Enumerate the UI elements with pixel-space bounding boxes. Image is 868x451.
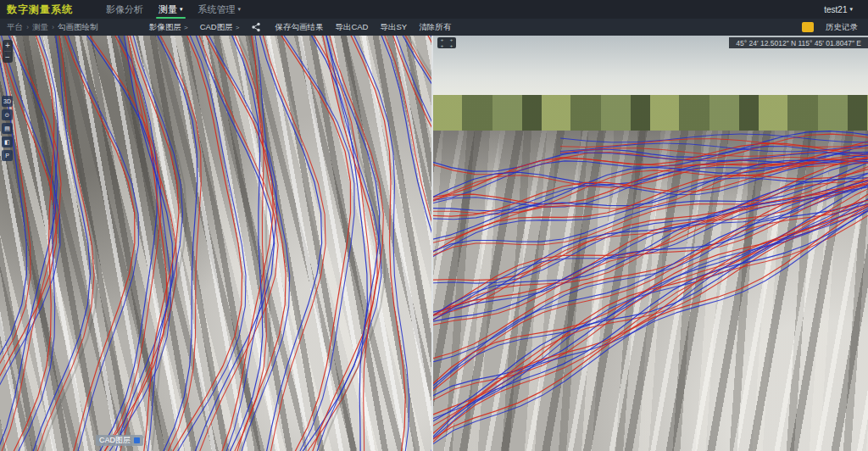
- map-toolbar: 影像图层 > CAD图层 > 保存勾画结果 导出CAD 导出SY: [149, 19, 463, 36]
- nav-glyph-icon: +: [437, 43, 447, 49]
- user-name: test21: [824, 5, 847, 14]
- layer-toggle-icon: [134, 437, 140, 443]
- export-shp-button[interactable]: 导出SY: [380, 22, 407, 33]
- main-nav: 影像分析 测量 ▾ 系统管理 ▾: [98, 0, 248, 19]
- point-marker-button[interactable]: P: [2, 150, 13, 161]
- zoom-out-button[interactable]: −: [5, 52, 10, 63]
- app-window: 数字测量系统 影像分析 测量 ▾ 系统管理 ▾ test21 ▾ 平台 › 测量…: [0, 0, 868, 451]
- chevron-down-icon: ▾: [238, 6, 242, 13]
- export-cad-label: 导出CAD: [335, 22, 368, 33]
- export-shp-label: 导出SY: [380, 22, 407, 33]
- split-view-icon[interactable]: ◧: [2, 136, 13, 148]
- clear-all-label: 清除所有: [419, 22, 451, 33]
- breadcrumb-current-page: 勾画图绘制: [58, 22, 98, 33]
- map-split-view: + − 3D ⊙ ▤ ◧ P CAD图层 +: [0, 36, 868, 451]
- user-menu[interactable]: test21 ▾: [824, 5, 853, 14]
- chevron-icon: >: [236, 24, 240, 31]
- map-tool-stack: 3D ⊙ ▤ ◧ P: [2, 93, 13, 161]
- nav-item-label: 测量: [159, 3, 177, 16]
- app-title: 数字测量系统: [7, 3, 73, 17]
- nav-item-image-analysis[interactable]: 影像分析: [98, 0, 151, 19]
- notification-badge[interactable]: [802, 22, 814, 32]
- nav-item-survey[interactable]: 测量 ▾: [151, 0, 191, 19]
- cad-layer-chip[interactable]: CAD图层: [96, 435, 143, 446]
- sub-bar: 平台 › 测量 › 勾画图绘制 影像图层 > CAD图层 > 保存勾画结果: [0, 19, 868, 36]
- zoom-in-button[interactable]: +: [5, 40, 10, 51]
- breadcrumb-separator: ›: [52, 23, 54, 31]
- nav-item-label: 系统管理: [198, 3, 236, 16]
- chevron-down-icon: ▾: [180, 6, 183, 13]
- basemap-icon[interactable]: ▤: [2, 123, 13, 134]
- navigation-control[interactable]: + + + +: [437, 37, 456, 48]
- contour-overlay-2d: [0, 36, 431, 451]
- contour-overlay-3d: [433, 36, 868, 451]
- top-bar: 数字测量系统 影像分析 测量 ▾ 系统管理 ▾ test21 ▾: [0, 0, 868, 19]
- breadcrumb-separator: ›: [26, 23, 29, 31]
- map-panel-2d[interactable]: + − 3D ⊙ ▤ ◧ P CAD图层: [0, 36, 431, 451]
- chevron-down-icon: ▾: [849, 6, 853, 13]
- magnifier-icon[interactable]: ⊙: [2, 109, 13, 120]
- zoom-control: + −: [3, 40, 13, 63]
- cad-layer-label: CAD图层: [200, 22, 233, 33]
- chevron-icon: >: [184, 24, 188, 31]
- coordinate-readout: 45° 24′ 12.5012″ N 115° 45′ 01.8047″ E: [729, 37, 868, 48]
- save-sketch-button[interactable]: 保存勾画结果: [275, 22, 323, 33]
- nav-glyph-icon: +: [447, 43, 456, 49]
- map-panel-3d[interactable]: + + + + 45° 24′ 12.5012″ N 115° 45′ 01.8…: [433, 36, 868, 451]
- history-button[interactable]: 历史记录: [826, 22, 858, 33]
- subbar-right-group: 历史记录: [802, 19, 858, 36]
- nav-item-system-admin[interactable]: 系统管理 ▾: [191, 0, 249, 19]
- share-icon[interactable]: [251, 22, 261, 32]
- clear-all-button[interactable]: 清除所有: [419, 22, 451, 33]
- cad-layer-chip-label: CAD图层: [99, 435, 131, 446]
- breadcrumb: 平台 › 测量 › 勾画图绘制: [7, 22, 98, 33]
- breadcrumb-survey[interactable]: 测量: [32, 22, 48, 33]
- save-sketch-label: 保存勾画结果: [275, 22, 323, 33]
- export-cad-button[interactable]: 导出CAD: [335, 22, 368, 33]
- nav-item-label: 影像分析: [106, 3, 143, 16]
- image-layer-dropdown[interactable]: 影像图层 >: [149, 22, 188, 33]
- breadcrumb-platform[interactable]: 平台: [7, 22, 23, 33]
- view-3d-button[interactable]: 3D: [2, 96, 13, 107]
- image-layer-label: 影像图层: [149, 22, 181, 33]
- cad-layer-dropdown[interactable]: CAD图层 >: [200, 22, 240, 33]
